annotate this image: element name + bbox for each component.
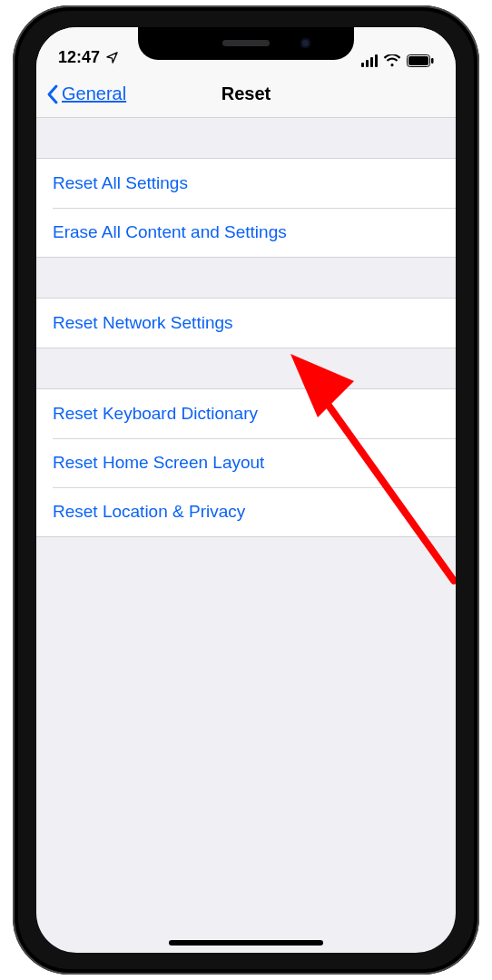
settings-content: Reset All Settings Erase All Content and… <box>36 158 456 537</box>
phone-frame: 12:47 <box>13 5 479 975</box>
location-arrow-icon <box>105 51 119 64</box>
reset-keyboard-dictionary[interactable]: Reset Keyboard Dictionary <box>36 389 456 438</box>
reset-home-screen-layout[interactable]: Reset Home Screen Layout <box>36 438 456 487</box>
settings-group-2: Reset Network Settings <box>36 298 456 348</box>
back-button[interactable]: General <box>45 83 126 105</box>
phone-bezel: 12:47 <box>18 11 474 969</box>
svg-rect-1 <box>408 56 428 65</box>
screen: 12:47 <box>36 27 456 953</box>
navigation-bar: General Reset <box>36 71 456 118</box>
row-label: Reset All Settings <box>53 173 188 193</box>
chevron-left-icon <box>45 83 60 105</box>
front-camera <box>300 38 310 48</box>
status-left: 12:47 <box>58 48 119 67</box>
row-label: Reset Keyboard Dictionary <box>53 404 258 424</box>
reset-all-settings[interactable]: Reset All Settings <box>36 159 456 208</box>
reset-network-settings[interactable]: Reset Network Settings <box>36 299 456 348</box>
settings-group-1: Reset All Settings Erase All Content and… <box>36 158 456 258</box>
earpiece-speaker <box>222 40 270 46</box>
row-label: Reset Location & Privacy <box>53 502 245 522</box>
reset-location-privacy[interactable]: Reset Location & Privacy <box>36 487 456 536</box>
display-notch <box>138 27 354 60</box>
erase-all-content[interactable]: Erase All Content and Settings <box>36 208 456 257</box>
row-label: Reset Home Screen Layout <box>53 453 264 473</box>
wifi-icon <box>383 54 401 67</box>
svg-rect-2 <box>431 58 434 64</box>
row-label: Erase All Content and Settings <box>53 222 287 242</box>
cellular-signal-icon <box>361 54 378 67</box>
status-time: 12:47 <box>58 48 100 67</box>
status-right <box>361 54 434 67</box>
battery-icon <box>407 54 434 67</box>
settings-group-3: Reset Keyboard Dictionary Reset Home Scr… <box>36 388 456 537</box>
row-label: Reset Network Settings <box>53 313 233 333</box>
back-label: General <box>62 83 126 104</box>
home-indicator[interactable] <box>169 940 323 946</box>
